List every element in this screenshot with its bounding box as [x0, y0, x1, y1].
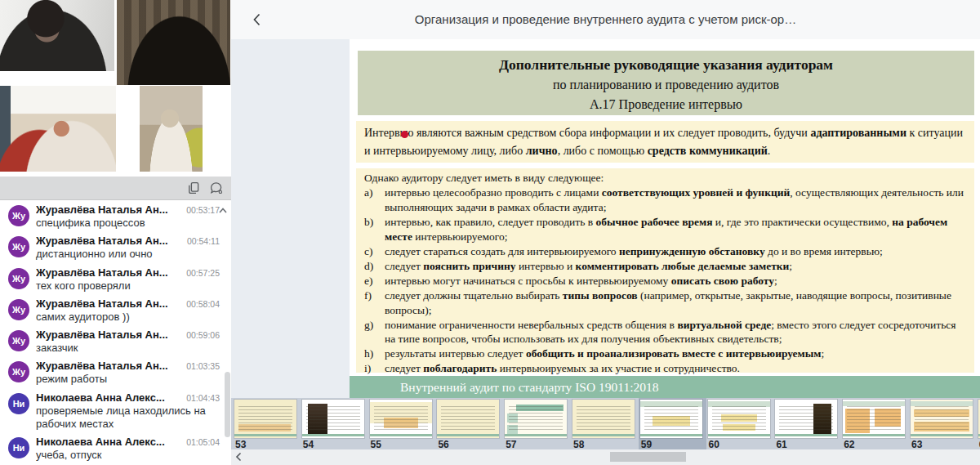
list-item-text: интервью могут начинаться с просьбы к ин…	[385, 274, 777, 288]
chat-scroll-up-icon[interactable]	[218, 207, 228, 214]
chat-sender-name: Николаева Анна Алекс...	[36, 391, 165, 404]
slide-filmstrip: 53 54 55 56 57 58 59 60	[231, 398, 980, 449]
slide-list-item: c) следует стараться создать для интервь…	[364, 244, 966, 259]
slide-number: 62	[844, 439, 909, 449]
chat-bubble-icon[interactable]	[209, 181, 224, 195]
list-item-label: d)	[364, 259, 385, 274]
chat-message: Жу Журавлёва Наталья Ан... 00:57:25 тех …	[0, 263, 231, 294]
left-panel: Жу Журавлёва Наталья Ан... 00:53:17 спец…	[0, 0, 231, 465]
chat-message: Жу Журавлёва Наталья Ан... 01:03:35 режи…	[0, 356, 231, 387]
slide-number: 60	[709, 439, 774, 449]
list-item-text: следует должны тщательно выбирать типы в…	[385, 288, 966, 318]
chat-message-text: режим работы	[36, 373, 220, 386]
list-item-label: a)	[364, 186, 385, 215]
thumbnail-preview[interactable]	[370, 400, 432, 438]
slide-list-item: i) следует поблагодарить интервьюируемых…	[364, 361, 966, 376]
slide-thumbnail-61[interactable]: 61	[773, 398, 841, 449]
slide-viewport: Дополнительные руководящие указания ауди…	[231, 39, 980, 398]
avatar: Жу	[8, 330, 29, 351]
list-item-text: интервью целесообразно проводить с лицам…	[385, 186, 966, 215]
slide-thumbnail-58[interactable]: 58	[571, 398, 639, 449]
slide-thumbnail-53[interactable]: 53	[233, 398, 301, 449]
chat-timestamp: 00:58:04	[186, 299, 220, 309]
chat-timestamp: 00:59:06	[186, 330, 220, 340]
copy-icon[interactable]	[186, 181, 201, 195]
participant-video-4[interactable]	[140, 86, 203, 172]
chat-message-text: заказчик	[36, 342, 220, 355]
app-window: Жу Журавлёва Наталья Ан... 00:53:17 спец…	[0, 0, 980, 465]
slide-number: 55	[371, 439, 436, 449]
slide-list-item: b) интервью, как правило, следует провод…	[364, 215, 966, 244]
thumbnail-preview[interactable]	[437, 400, 499, 438]
slide-thumbnail-55[interactable]: 55	[368, 398, 436, 449]
chat-sender-name: Журавлёва Наталья Ан...	[36, 235, 168, 247]
thumbnail-preview[interactable]	[843, 400, 905, 438]
chat-message-text: учеба, отпуск	[36, 449, 220, 462]
list-item-text: следует стараться создать для интервьюир…	[385, 244, 883, 259]
list-item-label: i)	[364, 361, 385, 376]
list-item-label: b)	[364, 215, 385, 244]
thumbnail-preview[interactable]	[302, 400, 364, 438]
participant-video-2[interactable]	[117, 0, 230, 85]
slide-thumbnail-60[interactable]: 60	[706, 398, 774, 449]
slide-title-block: Дополнительные руководящие указания ауди…	[358, 51, 974, 115]
thumbnail-preview[interactable]	[708, 400, 770, 438]
filmstrip-scrollbar[interactable]	[231, 449, 980, 465]
list-item-label: h)	[364, 347, 385, 361]
chat-timestamp: 01:04:43	[186, 393, 220, 403]
chat-message: Жу Журавлёва Наталья Ан... 00:58:04 сами…	[0, 294, 231, 325]
thumbnail-preview[interactable]	[572, 400, 635, 438]
chat-message: Жу Журавлёва Наталья Ан... 00:59:06 зака…	[0, 325, 231, 356]
slide-list-item: a) интервью целесообразно проводить с ли…	[364, 186, 966, 215]
slide-thumbnail-64[interactable]: 64	[977, 398, 980, 449]
chat-sender-name: Журавлёва Наталья Ан...	[36, 360, 168, 372]
chat-timestamp: 01:05:04	[186, 437, 220, 447]
list-item-text: понимание ограниченности невербальных ср…	[385, 318, 966, 347]
thumbnail-preview[interactable]	[640, 400, 702, 438]
slide-number: 54	[303, 439, 368, 449]
avatar: Жу	[8, 268, 29, 289]
slide-thumbnail-56[interactable]: 56	[435, 398, 503, 449]
chat-message: Ни Николаева Анна Алекс... 01:04:43 пров…	[0, 388, 231, 433]
chat-sender-name: Журавлёва Наталья Ан...	[36, 266, 168, 279]
slide-thumbnail-63[interactable]: 63	[909, 398, 977, 449]
list-item-label: g)	[364, 318, 385, 347]
thumbnail-preview[interactable]	[775, 400, 837, 438]
slide: Дополнительные руководящие указания ауди…	[350, 39, 980, 398]
chat-scrollbar-thumb[interactable]	[225, 372, 230, 437]
slide-paragraph-2: Однако аудитору следует иметь в виду сле…	[356, 168, 974, 373]
slide-number: 53	[235, 439, 301, 449]
slide-thumbnail-57[interactable]: 57	[503, 398, 571, 449]
thumbnail-preview[interactable]	[505, 400, 567, 438]
presentation-title: Организация и проведение внутреннего ауд…	[231, 0, 980, 39]
slide-note-intro: Однако аудитору следует иметь в виду сле…	[364, 171, 966, 186]
participant-video-1[interactable]	[0, 0, 114, 71]
slide-thumbnail-54[interactable]: 54	[301, 398, 368, 449]
slide-list-item: f) следует должны тщательно выбирать тип…	[364, 288, 966, 318]
chat-panel: Жу Журавлёва Наталья Ан... 00:53:17 спец…	[0, 200, 231, 465]
slide-list-item: g) понимание ограниченности невербальных…	[364, 318, 966, 347]
filmstrip-scrollbar-thumb[interactable]	[610, 452, 686, 462]
chat-message-text: тех кого проверяли	[36, 279, 220, 293]
slide-number: 58	[573, 439, 639, 449]
thumbnail-preview[interactable]	[911, 400, 973, 438]
list-item-label: e)	[364, 274, 385, 288]
slide-thumbnail-59-selected[interactable]: 59	[639, 398, 706, 449]
slide-thumbnail-62[interactable]: 62	[841, 398, 909, 449]
list-item-label: f)	[364, 288, 385, 318]
thumbnail-preview[interactable]	[234, 400, 296, 438]
laser-pointer-dot	[401, 131, 408, 138]
slide-number: 61	[776, 439, 841, 449]
slide-title-line2: по планированию и проведению аудитов	[358, 75, 974, 94]
chat-timestamp: 00:57:25	[186, 268, 220, 278]
list-item-text: интервью, как правило, следует проводить…	[385, 215, 966, 244]
participant-video-3[interactable]	[0, 86, 116, 172]
avatar: Ни	[8, 393, 29, 414]
avatar: Жу	[8, 361, 29, 382]
filmstrip-scroll-left-icon[interactable]	[234, 452, 243, 462]
slide-list-item: e) интервью могут начинаться с просьбы к…	[364, 274, 966, 288]
slide-title-line1: Дополнительные руководящие указания ауди…	[358, 55, 974, 75]
avatar: Жу	[8, 236, 29, 257]
back-chevron-icon[interactable]	[249, 11, 265, 28]
chat-sender-name: Николаева Анна Алекс...	[36, 436, 165, 448]
